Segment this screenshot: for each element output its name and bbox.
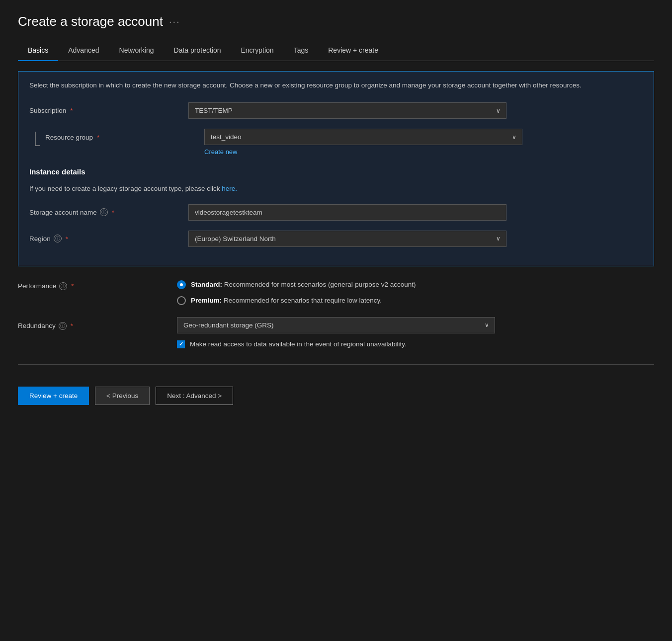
performance-standard-radio[interactable] bbox=[177, 280, 186, 289]
subscription-input-col: TEST/TEMP bbox=[188, 102, 506, 119]
indent-line-svg bbox=[31, 132, 40, 152]
resource-group-row: Resource group * test_video Create new bbox=[29, 129, 643, 156]
storage-name-required: * bbox=[112, 209, 114, 216]
region-input-col: (Europe) Switzerland North bbox=[188, 231, 506, 247]
tab-encryption[interactable]: Encryption bbox=[231, 41, 284, 61]
performance-row: Performance ⓘ * Standard: Recommended fo… bbox=[18, 280, 654, 305]
subscription-select-wrapper: TEST/TEMP bbox=[188, 102, 506, 119]
resource-group-required: * bbox=[97, 134, 99, 141]
performance-label: Performance ⓘ * bbox=[18, 280, 177, 290]
subscription-label: Subscription * bbox=[29, 107, 188, 114]
region-select[interactable]: (Europe) Switzerland North bbox=[188, 231, 506, 247]
tab-review-create[interactable]: Review + create bbox=[318, 41, 388, 61]
info-box: Select the subscription in which to crea… bbox=[18, 71, 654, 266]
subscription-required: * bbox=[70, 107, 73, 114]
performance-premium-option[interactable]: Premium: Recommended for scenarios that … bbox=[177, 296, 495, 305]
redundancy-checkbox-row: Make read access to data available in th… bbox=[177, 340, 495, 348]
page-title: Create a storage account bbox=[18, 14, 163, 29]
region-select-wrapper: (Europe) Switzerland North bbox=[188, 231, 506, 247]
redundancy-required: * bbox=[71, 322, 73, 329]
redundancy-select[interactable]: Geo-redundant storage (GRS) bbox=[177, 317, 495, 333]
review-create-button[interactable]: Review + create bbox=[18, 387, 89, 405]
create-new-link[interactable]: Create new bbox=[204, 148, 237, 156]
performance-standard-label: Standard: Recommended for most scenarios… bbox=[191, 281, 416, 288]
subscription-row: Subscription * TEST/TEMP bbox=[29, 102, 643, 119]
tab-networking[interactable]: Networking bbox=[109, 41, 164, 61]
previous-button[interactable]: < Previous bbox=[95, 387, 150, 405]
redundancy-info-icon[interactable]: ⓘ bbox=[59, 322, 67, 330]
tab-data-protection[interactable]: Data protection bbox=[164, 41, 231, 61]
redundancy-input-col: Geo-redundant storage (GRS) Make read ac… bbox=[177, 317, 495, 348]
footer-divider bbox=[18, 364, 654, 365]
storage-account-name-input[interactable] bbox=[188, 204, 506, 221]
resource-group-content: Resource group * test_video Create new bbox=[45, 129, 643, 156]
region-row: Region ⓘ * (Europe) Switzerland North bbox=[29, 231, 643, 247]
region-required: * bbox=[66, 235, 68, 242]
resource-group-input-col: test_video Create new bbox=[204, 129, 522, 156]
performance-radio-group: Standard: Recommended for most scenarios… bbox=[177, 280, 495, 305]
resource-group-select-wrapper: test_video bbox=[204, 129, 522, 145]
title-ellipsis: ··· bbox=[169, 16, 180, 27]
redundancy-checkbox-label: Make read access to data available in th… bbox=[190, 340, 407, 348]
storage-account-name-row: Storage account name ⓘ * bbox=[29, 204, 643, 221]
performance-info-icon[interactable]: ⓘ bbox=[59, 282, 67, 290]
instance-details-heading: Instance details bbox=[29, 167, 643, 176]
outside-section: Performance ⓘ * Standard: Recommended fo… bbox=[18, 280, 654, 348]
performance-options-col: Standard: Recommended for most scenarios… bbox=[177, 280, 495, 305]
resource-group-label: Resource group * bbox=[45, 129, 204, 141]
performance-required: * bbox=[71, 282, 74, 290]
info-description: Select the subscription in which to crea… bbox=[29, 80, 643, 90]
tab-basics[interactable]: Basics bbox=[18, 41, 58, 61]
performance-premium-radio[interactable] bbox=[177, 296, 186, 305]
content-area: Select the subscription in which to crea… bbox=[18, 61, 654, 425]
redundancy-select-wrapper: Geo-redundant storage (GRS) bbox=[177, 317, 495, 333]
redundancy-checkbox[interactable] bbox=[177, 340, 185, 348]
redundancy-label: Redundancy ⓘ * bbox=[18, 317, 177, 330]
region-info-icon[interactable]: ⓘ bbox=[54, 235, 62, 242]
next-advanced-button[interactable]: Next : Advanced > bbox=[156, 387, 233, 405]
performance-standard-option[interactable]: Standard: Recommended for most scenarios… bbox=[177, 280, 495, 289]
performance-premium-label: Premium: Recommended for scenarios that … bbox=[191, 297, 382, 304]
legacy-link[interactable]: here. bbox=[222, 185, 237, 192]
redundancy-row: Redundancy ⓘ * Geo-redundant storage (GR… bbox=[18, 317, 654, 348]
region-label: Region ⓘ * bbox=[29, 235, 188, 242]
storage-account-name-input-col bbox=[188, 204, 506, 221]
tabs-nav: Basics Advanced Networking Data protecti… bbox=[18, 41, 654, 61]
storage-account-name-info-icon[interactable]: ⓘ bbox=[100, 208, 108, 216]
subscription-select[interactable]: TEST/TEMP bbox=[188, 102, 506, 119]
resource-group-select[interactable]: test_video bbox=[204, 129, 522, 145]
tab-tags[interactable]: Tags bbox=[284, 41, 319, 61]
tab-advanced[interactable]: Advanced bbox=[58, 41, 109, 61]
indent-line bbox=[29, 129, 41, 152]
footer: Review + create < Previous Next : Advanc… bbox=[18, 377, 654, 415]
legacy-storage-text: If you need to create a legacy storage a… bbox=[29, 184, 643, 194]
storage-account-name-label: Storage account name ⓘ * bbox=[29, 208, 188, 216]
